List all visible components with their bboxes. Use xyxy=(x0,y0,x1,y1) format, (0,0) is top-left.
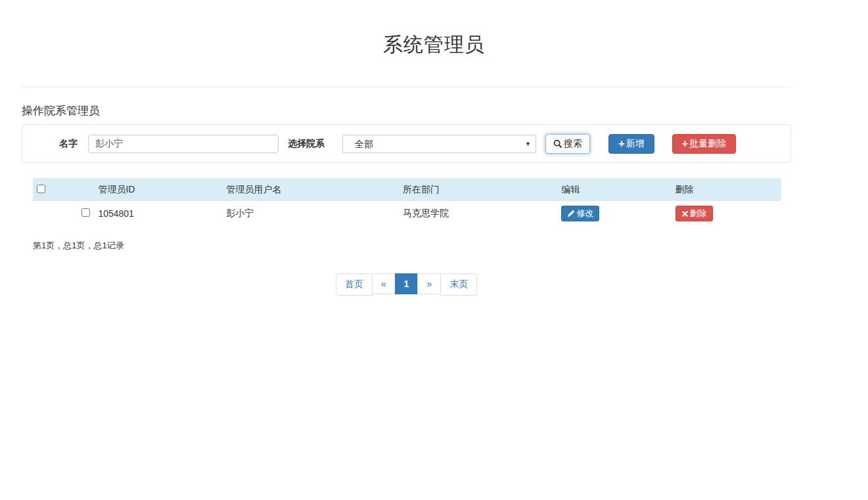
pagination-prev-link[interactable]: « xyxy=(372,273,396,294)
col-header-department: 所在部门 xyxy=(399,178,557,201)
pagination-page-1-link[interactable]: 1 xyxy=(395,273,419,294)
search-button-label: 搜索 xyxy=(564,138,582,150)
pagination-last-link[interactable]: 末页 xyxy=(440,273,477,296)
pagination-last[interactable]: 末页 xyxy=(441,273,477,296)
edit-button-label: 修改 xyxy=(576,208,593,219)
x-icon xyxy=(681,210,689,217)
delete-button-label: 删除 xyxy=(690,208,707,219)
admin-table: 管理员ID 管理员用户名 所在部门 编辑 删除 1054801 彭小宁 马克思学… xyxy=(33,178,781,226)
pagination-summary: 第1页，总1页，总1记录 xyxy=(33,240,791,252)
cell-username: 彭小宁 xyxy=(222,201,399,226)
table-wrap: 管理员ID 管理员用户名 所在部门 编辑 删除 1054801 彭小宁 马克思学… xyxy=(33,178,781,226)
pencil-icon xyxy=(567,210,575,217)
cell-admin-id: 1054801 xyxy=(94,201,222,226)
edit-button[interactable]: 修改 xyxy=(561,206,599,221)
title-divider xyxy=(22,87,791,87)
table-row: 1054801 彭小宁 马克思学院 修改 xyxy=(33,201,781,226)
search-panel: 名字 选择院系 全部 ▼ 搜索 + 新增 + 批量删除 xyxy=(22,124,791,163)
col-header-admin-id: 管理员ID xyxy=(94,178,222,201)
dept-select[interactable]: 全部 xyxy=(342,135,536,153)
select-all-checkbox[interactable] xyxy=(37,185,45,193)
add-button-label: 新增 xyxy=(626,138,645,150)
dept-label: 选择院系 xyxy=(288,138,325,150)
pagination-page-1[interactable]: 1 xyxy=(396,273,419,296)
row-checkbox[interactable] xyxy=(81,208,90,217)
batch-delete-button[interactable]: + 批量删除 xyxy=(672,134,736,154)
delete-button[interactable]: 删除 xyxy=(675,206,713,221)
page-title: 系统管理员 xyxy=(0,32,868,58)
main-container: 操作院系管理员 名字 选择院系 全部 ▼ 搜索 + 新增 + 批 xyxy=(22,87,791,296)
pager-wrap: 首页 « 1 » 末页 xyxy=(22,273,791,296)
cell-department: 马克思学院 xyxy=(399,201,557,226)
search-button[interactable]: 搜索 xyxy=(545,134,590,154)
col-header-username: 管理员用户名 xyxy=(222,178,399,201)
name-input[interactable] xyxy=(88,135,279,153)
name-label: 名字 xyxy=(59,138,78,150)
table-header-row: 管理员ID 管理员用户名 所在部门 编辑 删除 xyxy=(33,178,781,201)
pagination-first-link[interactable]: 首页 xyxy=(336,273,373,296)
pagination-next-link[interactable]: » xyxy=(417,273,441,294)
plus-icon: + xyxy=(618,139,624,149)
add-button[interactable]: + 新增 xyxy=(608,134,654,154)
col-header-delete: 删除 xyxy=(672,178,781,201)
pagination-prev[interactable]: « xyxy=(373,273,396,296)
pagination-first[interactable]: 首页 xyxy=(336,273,373,296)
plus-icon: + xyxy=(682,139,688,149)
pagination-next[interactable]: » xyxy=(418,273,441,296)
dept-select-wrap: 全部 ▼ xyxy=(342,135,536,153)
pagination: 首页 « 1 » 末页 xyxy=(336,273,477,296)
batch-delete-button-label: 批量删除 xyxy=(689,138,726,150)
search-icon xyxy=(553,139,562,148)
col-header-edit: 编辑 xyxy=(557,178,671,201)
section-heading: 操作院系管理员 xyxy=(22,103,791,118)
